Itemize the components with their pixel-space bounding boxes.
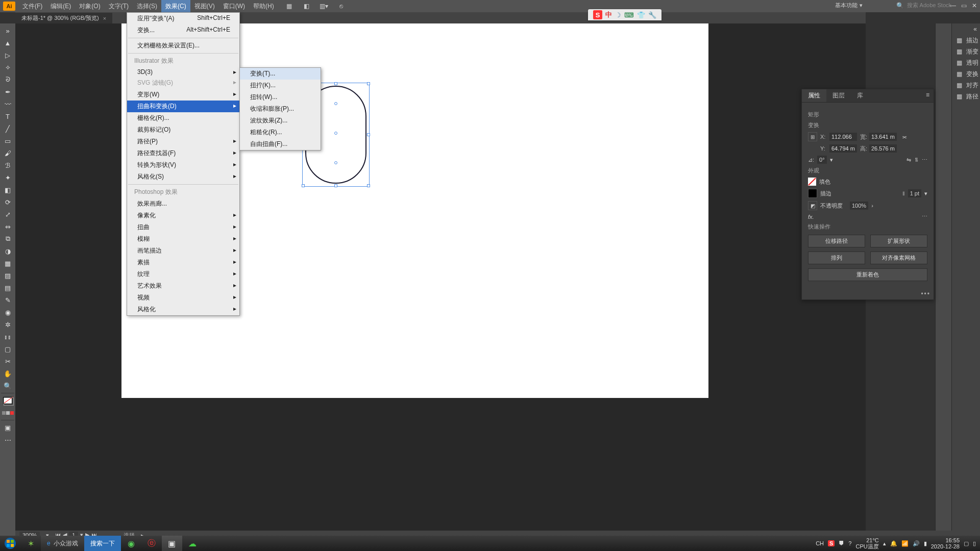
stroke-swatch[interactable] <box>808 189 817 198</box>
link-wh-icon[interactable]: ⫘ <box>900 132 909 141</box>
brush-tool[interactable]: 🖌 <box>1 148 14 158</box>
lasso-tool[interactable]: ᘐ <box>1 74 14 85</box>
menu-7[interactable]: 窗口(W) <box>219 0 249 13</box>
stroke-width-field[interactable]: 1 pt <box>908 189 921 197</box>
taskbar-app-wechat[interactable]: ☁ <box>182 536 203 551</box>
menu-item[interactable]: 扭曲▸ <box>127 221 239 233</box>
screen-mode[interactable]: ▣ <box>1 422 14 433</box>
close-button[interactable]: ✕ <box>972 2 977 9</box>
submenu-item[interactable]: 收缩和膨胀(P)... <box>240 103 321 115</box>
menu-item[interactable]: 扭曲和变换(D)▸ <box>127 101 239 112</box>
menu-2[interactable]: 对象(O) <box>75 0 104 13</box>
taskbar-app-chrome[interactable]: ◉ <box>121 536 141 551</box>
symbol-sprayer-tool[interactable]: ✲ <box>1 319 14 330</box>
edit-toolbar[interactable]: ⋯ <box>1 435 14 445</box>
menu-item[interactable]: 效果画廊... <box>127 198 239 210</box>
menu-8[interactable]: 帮助(H) <box>249 0 278 13</box>
align-pixel-button[interactable]: 对齐像素网格 <box>870 252 927 264</box>
y-field[interactable]: 64.794 m <box>829 144 857 153</box>
angle-dd-icon[interactable]: ▾ <box>830 157 833 163</box>
stroke-dd-icon[interactable]: ▾ <box>924 190 927 197</box>
w-field[interactable]: 13.641 m <box>869 133 897 141</box>
panel-描边[interactable]: ▦描边 <box>952 35 980 46</box>
appearance-more-icon[interactable]: ⋯ <box>922 213 927 220</box>
h-field[interactable]: 26.576 m <box>869 144 897 153</box>
menu-item[interactable]: 画笔描边▸ <box>127 245 239 257</box>
workspace-switcher[interactable]: 基本功能▾ <box>835 2 863 9</box>
menu-item[interactable]: 模糊▸ <box>127 233 239 245</box>
menu-item[interactable]: 风格化▸ <box>127 304 239 315</box>
menu-1[interactable]: 编辑(E) <box>46 0 75 13</box>
line-tool[interactable]: ╱ <box>1 123 14 134</box>
perspective-tool[interactable]: ▦ <box>1 258 14 268</box>
column-graph-tool[interactable]: ⫾⫾ <box>1 332 14 342</box>
tray-bell-icon[interactable]: 🔔 <box>890 540 897 547</box>
shape-builder-tool[interactable]: ◑ <box>1 246 14 256</box>
menu-item[interactable]: 纹理▸ <box>127 268 239 280</box>
panel-透明[interactable]: ▦透明 <box>952 57 980 68</box>
menu-item[interactable]: 风格化(S)▸ <box>127 171 239 183</box>
adobe-stock-search[interactable]: 🔍 搜索 Adobe Stock <box>896 2 951 9</box>
tray-ime-label[interactable]: CH <box>816 540 824 546</box>
selection-tool[interactable]: ▲ <box>1 38 14 48</box>
more-transform-icon[interactable]: ⋯ <box>922 157 927 163</box>
panel-options-icon[interactable]: ••• <box>802 288 934 299</box>
menu-item[interactable]: 变形(W)▸ <box>127 89 239 101</box>
taskbar-search-button[interactable]: 搜索一下 <box>84 536 121 551</box>
panel-路径[interactable]: ▦路径 <box>952 91 980 102</box>
expand-tools-icon[interactable]: » <box>1 26 14 36</box>
panel-变换[interactable]: ▦变换 <box>952 68 980 80</box>
gradient-tool[interactable]: ▤ <box>1 283 14 293</box>
magic-wand-tool[interactable]: ✧ <box>1 62 14 72</box>
blend-tool[interactable]: ◉ <box>1 307 14 317</box>
flip-h-icon[interactable]: ⇋ <box>906 157 911 163</box>
ime-keyboard-icon[interactable]: ⌨ <box>624 11 634 19</box>
show-desktop[interactable]: ▯ <box>973 540 976 547</box>
eraser-tool[interactable]: ◧ <box>1 185 14 195</box>
menu-item[interactable]: 转换为形状(V)▸ <box>127 159 239 171</box>
document-tab[interactable]: 未标题-1* @ 300% (RGB/预览) × <box>15 13 112 23</box>
tray-help-icon[interactable]: ? <box>848 540 851 546</box>
tray-sogou-icon[interactable]: S <box>828 540 835 546</box>
color-modes[interactable] <box>1 408 14 418</box>
rotate-tool[interactable]: ⟳ <box>1 197 14 207</box>
taskbar-app-illustrator[interactable]: ▣ <box>162 536 182 551</box>
arrange-icon[interactable]: ◧ <box>303 2 311 10</box>
menu-5[interactable]: 效果(C) <box>161 0 190 13</box>
menu-4[interactable]: 选择(S) <box>133 0 161 13</box>
panel-menu-icon[interactable]: ≡ <box>922 89 934 102</box>
stroke-stepper[interactable]: ⦀ <box>902 190 905 197</box>
tab-libraries[interactable]: 库 <box>851 89 869 102</box>
menu-item[interactable]: 栅格化(R)... <box>127 112 239 124</box>
offset-path-button[interactable]: 位移路径 <box>808 235 865 247</box>
menu-item[interactable]: 像素化▸ <box>127 210 239 221</box>
ime-person-icon[interactable]: 👕 <box>637 11 645 19</box>
tab-layers[interactable]: 图层 <box>826 89 851 102</box>
taskbar-app-netease[interactable]: ⓔ <box>141 536 162 551</box>
start-button[interactable] <box>0 536 20 551</box>
tray-network-icon[interactable]: 📶 <box>901 540 909 547</box>
slice-tool[interactable]: ✂ <box>1 356 14 366</box>
menu-item[interactable]: 素描▸ <box>127 257 239 268</box>
rectangle-tool[interactable]: ▭ <box>1 136 14 146</box>
fill-stroke-swatch[interactable] <box>1 395 14 406</box>
fx-icon[interactable]: fx. <box>808 214 814 220</box>
tray-action-center-icon[interactable]: ▢ <box>964 540 969 547</box>
direct-selection-tool[interactable]: ▷ <box>1 50 14 60</box>
bridge-icon[interactable]: ▦ <box>285 2 293 10</box>
menu-item[interactable]: 文档栅格效果设置(E)... <box>127 40 239 52</box>
menu-item[interactable]: 视频▸ <box>127 292 239 304</box>
ime-toolbar[interactable]: S 中 ☽ ⌨ 👕 🔧 <box>588 9 662 20</box>
opacity-field[interactable]: 100% <box>850 202 868 210</box>
tray-expand-icon[interactable]: ▴ <box>883 540 886 547</box>
reference-point-icon[interactable]: ⊞ <box>808 132 817 141</box>
submenu-item[interactable]: 波纹效果(Z)... <box>240 115 321 127</box>
artboard-tool[interactable]: ▢ <box>1 344 14 354</box>
scale-tool[interactable]: ⤢ <box>1 209 14 219</box>
ime-tool-icon[interactable]: 🔧 <box>648 11 656 19</box>
pen-tool[interactable]: ✒ <box>1 87 14 97</box>
layout-icon[interactable]: ▥▾ <box>320 2 328 10</box>
tray-volume-icon[interactable]: 🔊 <box>913 540 920 547</box>
free-transform-tool[interactable]: ⧉ <box>1 234 14 244</box>
shaper-tool[interactable]: ✦ <box>1 172 14 183</box>
